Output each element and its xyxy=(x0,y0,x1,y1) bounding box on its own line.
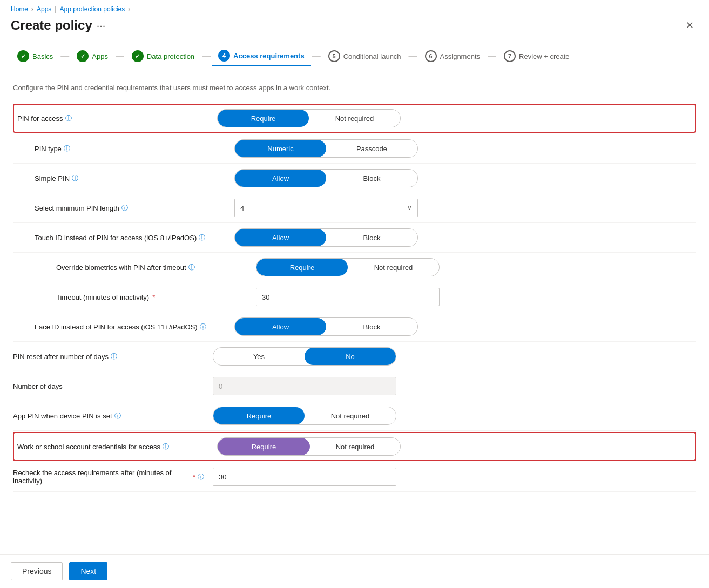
step-label-access-requirements: Access requirements xyxy=(233,52,305,60)
toggle-option-work-credentials-1[interactable]: Not required xyxy=(310,438,400,455)
input-timeout[interactable] xyxy=(256,288,440,306)
toggle-option-face-id-0[interactable]: Allow xyxy=(235,318,326,335)
info-icon-min-pin-length[interactable]: ⓘ xyxy=(121,204,128,213)
form-row-pin-type: PIN type ⓘNumericPasscode xyxy=(13,134,696,164)
step-circle-review-create: 7 xyxy=(504,50,516,62)
label-text-touch-id: Touch ID instead of PIN for access (iOS … xyxy=(35,234,197,242)
toggle-option-app-pin-device-0[interactable]: Require xyxy=(213,407,305,424)
next-button[interactable]: Next xyxy=(69,562,107,580)
form-row-override-biometrics: Override biometrics with PIN after timeo… xyxy=(13,253,696,282)
wizard-steps: ✓Basics—✓Apps—✓Data protection—4Access r… xyxy=(0,42,709,75)
label-text-pin-reset: PIN reset after number of days xyxy=(13,353,109,361)
footer: Previous Next xyxy=(0,554,709,588)
input-number-of-days xyxy=(213,377,396,395)
control-col-pin-type: NumericPasscode xyxy=(234,139,696,158)
toggle-option-touch-id-1[interactable]: Block xyxy=(326,229,417,246)
label-text-work-credentials: Work or school account credentials for a… xyxy=(17,443,160,451)
required-star-recheck-requirements: * xyxy=(193,473,195,481)
step-access-requirements[interactable]: 4Access requirements xyxy=(212,46,311,66)
step-separator-4: — xyxy=(409,51,417,61)
control-col-min-pin-length: 4∨ xyxy=(234,199,696,217)
toggle-option-pin-for-access-0[interactable]: Require xyxy=(218,110,309,127)
toggle-option-face-id-1[interactable]: Block xyxy=(326,318,417,335)
label-col-min-pin-length: Select minimum PIN length ⓘ xyxy=(35,204,234,213)
toggle-option-override-biometrics-0[interactable]: Require xyxy=(256,259,348,276)
control-col-override-biometrics: RequireNot required xyxy=(256,258,696,276)
step-label-data-protection: Data protection xyxy=(147,52,194,60)
toggle-option-pin-type-1[interactable]: Passcode xyxy=(326,140,417,157)
label-col-override-biometrics: Override biometrics with PIN after timeo… xyxy=(56,263,256,272)
form-row-face-id: Face ID instead of PIN for access (iOS 1… xyxy=(13,312,696,342)
input-recheck-requirements[interactable] xyxy=(213,468,396,486)
control-col-timeout xyxy=(256,288,696,306)
label-col-timeout: Timeout (minutes of inactivity) * xyxy=(56,293,256,301)
info-icon-pin-for-access[interactable]: ⓘ xyxy=(65,114,72,123)
toggle-option-pin-reset-1[interactable]: No xyxy=(305,348,396,365)
step-apps[interactable]: ✓Apps xyxy=(70,47,114,65)
breadcrumb-home[interactable]: Home xyxy=(11,5,28,13)
form-row-simple-pin: Simple PIN ⓘAllowBlock xyxy=(13,164,696,193)
info-icon-pin-type[interactable]: ⓘ xyxy=(64,144,70,153)
info-icon-touch-id[interactable]: ⓘ xyxy=(199,233,205,242)
breadcrumb-section[interactable]: App protection policies xyxy=(60,5,125,13)
step-circle-assignments: 6 xyxy=(425,50,437,62)
page-title-ellipsis: ··· xyxy=(97,19,106,32)
toggle-option-simple-pin-1[interactable]: Block xyxy=(326,170,417,187)
toggle-option-work-credentials-0[interactable]: Require xyxy=(218,438,310,455)
form-row-work-credentials: Work or school account credentials for a… xyxy=(13,432,696,461)
previous-button[interactable]: Previous xyxy=(11,562,63,580)
close-button[interactable]: ✕ xyxy=(681,17,698,33)
page-title-row: Create policy ··· ✕ xyxy=(0,15,709,42)
info-icon-recheck-requirements[interactable]: ⓘ xyxy=(198,472,204,482)
info-icon-face-id[interactable]: ⓘ xyxy=(200,322,206,332)
form-row-pin-for-access: PIN for access ⓘRequireNot required xyxy=(13,104,696,133)
info-icon-override-biometrics[interactable]: ⓘ xyxy=(188,263,195,272)
step-review-create[interactable]: 7Review + create xyxy=(497,47,576,65)
info-icon-simple-pin[interactable]: ⓘ xyxy=(72,174,78,183)
toggle-option-simple-pin-0[interactable]: Allow xyxy=(235,170,326,187)
label-text-number-of-days: Number of days xyxy=(13,382,63,390)
toggle-group-touch-id: AllowBlock xyxy=(234,228,418,247)
dropdown-min-pin-length[interactable]: 4∨ xyxy=(234,199,418,217)
control-col-number-of-days xyxy=(213,377,696,395)
toggle-group-face-id: AllowBlock xyxy=(234,317,418,336)
page-title: Create policy ··· xyxy=(11,18,105,33)
label-text-simple-pin: Simple PIN xyxy=(35,174,70,183)
label-text-timeout: Timeout (minutes of inactivity) xyxy=(56,293,149,301)
toggle-option-app-pin-device-1[interactable]: Not required xyxy=(305,407,396,424)
label-text-pin-for-access: PIN for access xyxy=(17,114,63,123)
step-label-apps: Apps xyxy=(92,52,108,60)
step-circle-data-protection: ✓ xyxy=(132,50,144,62)
info-icon-pin-reset[interactable]: ⓘ xyxy=(111,352,117,361)
dropdown-arrow-min-pin-length: ∨ xyxy=(407,204,412,212)
label-col-touch-id: Touch ID instead of PIN for access (iOS … xyxy=(35,233,234,242)
dropdown-value-min-pin-length: 4 xyxy=(240,204,244,212)
label-col-face-id: Face ID instead of PIN for access (iOS 1… xyxy=(35,322,234,332)
description: Configure the PIN and credential require… xyxy=(13,84,696,92)
toggle-option-override-biometrics-1[interactable]: Not required xyxy=(348,259,439,276)
step-data-protection[interactable]: ✓Data protection xyxy=(125,47,201,65)
toggle-option-pin-for-access-1[interactable]: Not required xyxy=(309,110,400,127)
step-label-review-create: Review + create xyxy=(519,52,570,60)
toggle-group-simple-pin: AllowBlock xyxy=(234,169,418,187)
info-icon-work-credentials[interactable]: ⓘ xyxy=(163,442,169,451)
step-separator-0: — xyxy=(60,51,69,61)
step-basics[interactable]: ✓Basics xyxy=(11,47,59,65)
control-col-pin-reset: YesNo xyxy=(213,347,696,366)
page-wrapper: Home › Apps | App protection policies › … xyxy=(0,0,709,588)
breadcrumb: Home › Apps | App protection policies › xyxy=(0,0,709,15)
step-assignments[interactable]: 6Assignments xyxy=(418,47,487,65)
label-col-recheck-requirements: Recheck the access requirements after (m… xyxy=(13,469,213,485)
breadcrumb-apps[interactable]: Apps xyxy=(37,5,51,13)
toggle-option-touch-id-0[interactable]: Allow xyxy=(235,229,326,246)
control-col-simple-pin: AllowBlock xyxy=(234,169,696,187)
label-col-work-credentials: Work or school account credentials for a… xyxy=(17,442,217,451)
step-separator-5: — xyxy=(488,51,496,61)
toggle-option-pin-type-0[interactable]: Numeric xyxy=(235,140,326,157)
step-conditional-launch[interactable]: 5Conditional launch xyxy=(322,47,408,65)
toggle-group-pin-reset: YesNo xyxy=(213,347,396,366)
step-label-basics: Basics xyxy=(32,52,53,60)
toggle-option-pin-reset-0[interactable]: Yes xyxy=(213,348,305,365)
step-separator-1: — xyxy=(116,51,124,61)
info-icon-app-pin-device[interactable]: ⓘ xyxy=(114,411,121,421)
